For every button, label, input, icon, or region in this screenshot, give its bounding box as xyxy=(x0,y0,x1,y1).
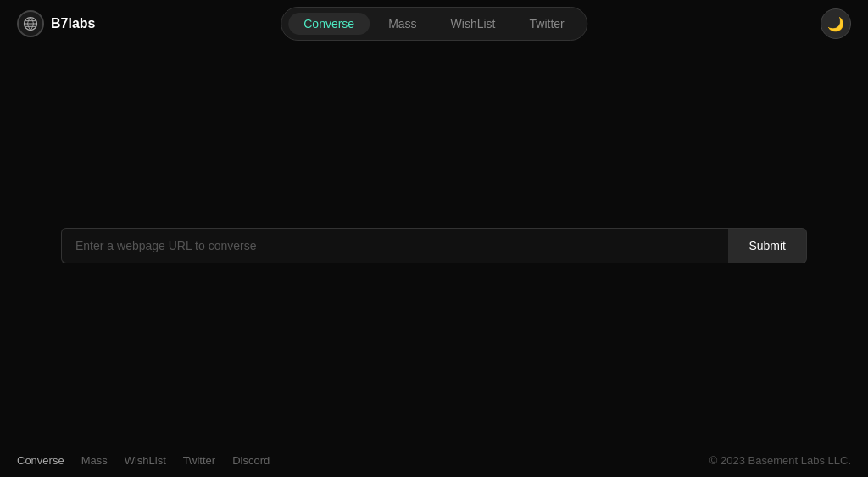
logo-area: B7labs xyxy=(17,10,95,37)
nav-item-mass[interactable]: Mass xyxy=(373,13,431,35)
header: B7labs Converse Mass WishList Twitter 🌙 xyxy=(0,0,868,47)
footer-link-discord[interactable]: Discord xyxy=(232,454,270,467)
logo-text: B7labs xyxy=(51,16,95,31)
nav-item-twitter[interactable]: Twitter xyxy=(515,13,580,35)
search-container: Submit xyxy=(61,228,807,263)
footer-link-converse[interactable]: Converse xyxy=(17,454,64,467)
footer-links: Converse Mass WishList Twitter Discord xyxy=(17,454,270,467)
main-content: Submit xyxy=(0,47,868,444)
nav-item-wishlist[interactable]: WishList xyxy=(436,13,511,35)
footer: Converse Mass WishList Twitter Discord ©… xyxy=(0,444,868,477)
nav-item-converse[interactable]: Converse xyxy=(288,13,370,35)
copyright-text: © 2023 Basement Labs LLC. xyxy=(709,454,851,467)
logo-icon xyxy=(17,10,44,37)
footer-link-twitter[interactable]: Twitter xyxy=(183,454,215,467)
url-input[interactable] xyxy=(61,228,728,263)
theme-toggle-button[interactable]: 🌙 xyxy=(821,8,851,39)
footer-link-wishlist[interactable]: WishList xyxy=(125,454,166,467)
moon-icon: 🌙 xyxy=(827,16,844,32)
main-nav: Converse Mass WishList Twitter xyxy=(281,7,587,41)
submit-button[interactable]: Submit xyxy=(728,228,807,263)
footer-link-mass[interactable]: Mass xyxy=(81,454,108,467)
